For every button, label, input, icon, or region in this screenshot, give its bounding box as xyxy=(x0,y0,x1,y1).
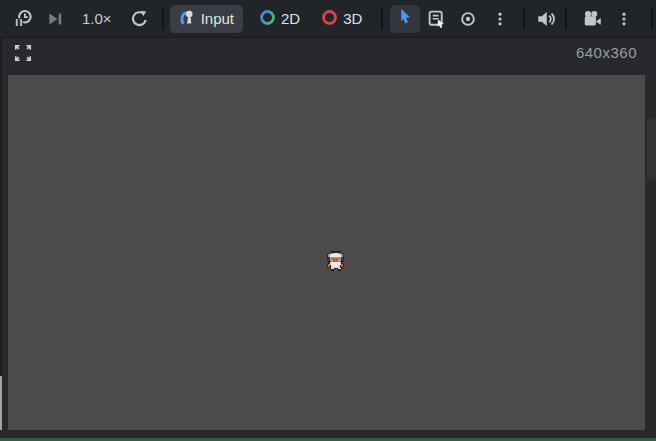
ring-2d-icon xyxy=(259,9,276,29)
camera-override-button[interactable] xyxy=(579,6,605,32)
game-toolbar: 1.0× Input xyxy=(0,0,656,38)
mode-button-3d[interactable]: 3D xyxy=(312,5,371,33)
separator xyxy=(381,8,383,30)
restart-button[interactable] xyxy=(129,6,151,32)
game-view-subbar: 640x360 xyxy=(0,39,656,75)
restart-icon xyxy=(130,9,149,28)
select-cursor-icon xyxy=(397,8,414,29)
focus-button[interactable] xyxy=(457,6,479,32)
separator xyxy=(565,8,567,30)
mute-audio-button[interactable] xyxy=(533,6,559,32)
mode-button-2d[interactable]: 2D xyxy=(250,5,309,33)
ellipsis-icon xyxy=(616,10,632,28)
speed-scale[interactable]: 1.0× xyxy=(82,10,112,27)
separator xyxy=(162,8,164,30)
mode-button-3d-label: 3D xyxy=(343,10,362,27)
player-sprite xyxy=(327,251,344,271)
select-list-icon xyxy=(427,9,446,28)
mode-button-input-label: Input xyxy=(201,10,234,27)
camera-options-menu-button[interactable] xyxy=(613,6,635,32)
adjacent-panel-sliver xyxy=(0,376,2,430)
separator xyxy=(651,8,653,30)
next-frame-button[interactable] xyxy=(44,6,66,32)
mode-button-2d-label: 2D xyxy=(281,10,300,27)
select-list-button[interactable] xyxy=(425,6,447,32)
embed-expand-button[interactable] xyxy=(13,43,33,63)
selection-options-menu-button[interactable] xyxy=(489,6,511,32)
focus-icon xyxy=(459,10,477,28)
joypad-icon xyxy=(179,9,196,29)
mode-button-input[interactable]: Input xyxy=(170,5,243,33)
next-frame-icon xyxy=(46,10,64,28)
suspend-icon xyxy=(13,9,33,29)
ring-3d-icon xyxy=(321,9,338,29)
camera-icon xyxy=(582,9,602,29)
resolution-label: 640x360 xyxy=(576,44,637,61)
game-viewport[interactable] xyxy=(8,75,645,430)
panel-left-edge xyxy=(0,38,2,376)
speaker-icon xyxy=(536,9,556,29)
scrollbar-thumb[interactable] xyxy=(647,118,656,180)
suspend-button[interactable] xyxy=(12,6,34,32)
expand-icon xyxy=(13,49,33,66)
ellipsis-icon xyxy=(492,10,508,28)
separator xyxy=(523,8,525,30)
select-mode-button[interactable] xyxy=(390,5,420,33)
